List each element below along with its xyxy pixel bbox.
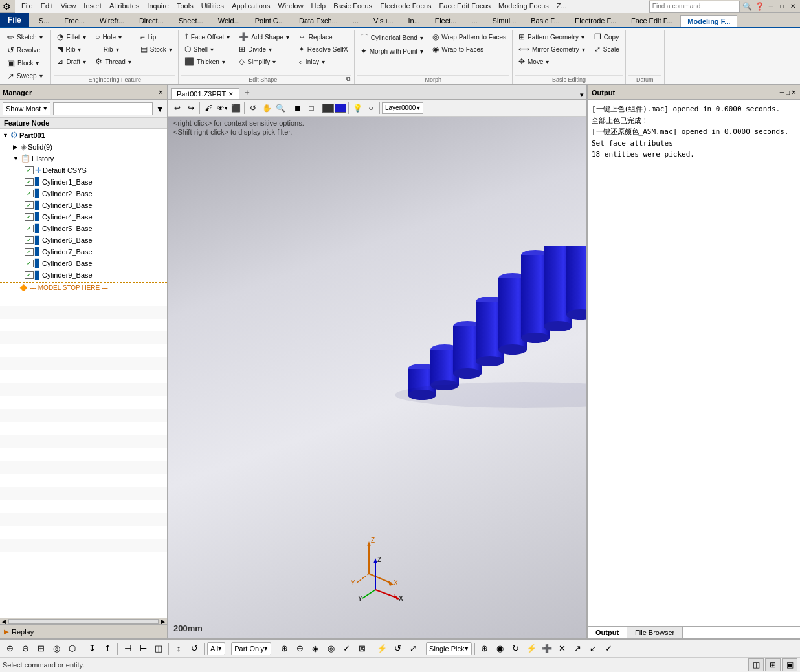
btn-copy[interactable]: ❐Copy: [591, 31, 623, 43]
btn-wrap-pattern[interactable]: ◎Wrap Pattern to Faces: [429, 31, 509, 43]
menu-edit[interactable]: Edit: [37, 1, 57, 11]
vp-zoom-btn[interactable]: 🔍: [274, 102, 287, 115]
menu-view[interactable]: View: [57, 1, 80, 11]
layer-dropdown[interactable]: Layer0000▾: [382, 102, 423, 114]
btn-replace[interactable]: ↔Replace: [295, 31, 351, 43]
btn-scale[interactable]: ⤢Scale: [591, 43, 623, 55]
btn-fillet[interactable]: ◔Fillet▾: [54, 31, 89, 43]
btn-inlay[interactable]: ⬦Inlay▾: [295, 56, 351, 67]
btn-move[interactable]: ✥Move▾: [515, 56, 588, 67]
ribbon-tab-faceeditf[interactable]: Face Edit F...: [624, 14, 680, 27]
btn-sketch[interactable]: ✏Sketch▾: [4, 31, 48, 43]
vp-light-btn[interactable]: 💡: [351, 102, 364, 115]
tree-item-history[interactable]: ▼ 📋 History: [0, 153, 167, 164]
btn-draft[interactable]: ⊿Draft▾: [54, 56, 89, 67]
vp-undo-btn[interactable]: ↩: [171, 102, 184, 115]
bt-add[interactable]: ⊕: [3, 642, 17, 656]
btn-hole[interactable]: ○Hole▾: [92, 31, 135, 43]
command-search[interactable]: [649, 1, 740, 12]
manager-close-btn[interactable]: ✕: [157, 89, 164, 96]
tree-item-cyl1[interactable]: ✓ ▊ Cylinder1_Base: [0, 176, 167, 188]
tree-item-cyl4[interactable]: ✓ ▊ Cylinder4_Base: [0, 211, 167, 223]
vp-pan-btn[interactable]: ✋: [260, 102, 273, 115]
bt-hex[interactable]: ⬡: [65, 642, 79, 656]
tree-item-cyl6[interactable]: ✓ ▊ Cylinder6_Base: [0, 234, 167, 246]
ribbon-tab-sheet[interactable]: Sheet...: [172, 14, 210, 27]
vp-sphere-btn[interactable]: ○: [364, 102, 377, 115]
menu-applications[interactable]: Applications: [228, 1, 274, 11]
bt-frame2[interactable]: ⊢: [136, 642, 150, 656]
bt-icon14[interactable]: ➕: [540, 642, 554, 656]
bt-split[interactable]: ◫: [151, 642, 166, 656]
btn-wrap-to-faces[interactable]: ◉Wrap to Faces: [429, 43, 509, 55]
btn-divide[interactable]: ⊞Divide▾: [236, 43, 293, 55]
vp-wireframe-btn[interactable]: □: [305, 102, 318, 115]
ribbon-tab-wire[interactable]: Wirefr...: [93, 14, 131, 27]
ribbon-tab-pointc[interactable]: Point C...: [248, 14, 291, 27]
window-minimize[interactable]: ─: [767, 3, 775, 10]
menu-modeling-focus[interactable]: Modeling Focus: [494, 1, 553, 11]
output-close-btn[interactable]: ✕: [791, 89, 796, 96]
ribbon-tab-dataexch[interactable]: Data Exch...: [292, 14, 345, 27]
output-restore-btn[interactable]: □: [786, 89, 790, 96]
btn-block[interactable]: ▣Block▾: [4, 57, 48, 69]
menu-face-edit-focus[interactable]: Face Edit Focus: [436, 1, 494, 11]
btn-add-shape[interactable]: ➕Add Shape▾: [236, 31, 293, 43]
vp-paint-btn[interactable]: 🖌: [202, 102, 215, 115]
pick-dropdown[interactable]: Single Pick▾: [426, 642, 471, 655]
view-btn-3[interactable]: ▣: [782, 658, 797, 671]
btn-simplify[interactable]: ◇Simplify▾: [236, 56, 293, 67]
viewport-tab[interactable]: Part001.Z3PRT ✕: [171, 88, 239, 99]
filter-dropdown[interactable]: Part Only▾: [231, 642, 271, 655]
ribbon-tab-in[interactable]: In...: [401, 14, 427, 27]
vp-rotate-btn[interactable]: ↺: [247, 102, 260, 115]
bt-circle[interactable]: ◎: [49, 642, 63, 656]
search-icon[interactable]: 🔍: [742, 2, 752, 11]
tree-item-cyl7[interactable]: ✓ ▊ Cylinder7_Base: [0, 246, 167, 258]
vp-redo-btn[interactable]: ↪: [184, 102, 197, 115]
bt-icon17[interactable]: ↙: [586, 642, 601, 656]
vp-view-btn[interactable]: 👁▾: [216, 102, 228, 115]
menu-insert[interactable]: Insert: [80, 1, 106, 11]
tree-item-solid[interactable]: ▶ ◈ Solid(9): [0, 141, 167, 153]
menu-electrode-focus[interactable]: Electrode Focus: [376, 1, 435, 11]
menu-file[interactable]: File: [17, 1, 37, 11]
file-tab[interactable]: File: [0, 13, 29, 27]
menu-attributes[interactable]: Attributes: [106, 1, 143, 11]
btn-thicken[interactable]: ⬛Thicken▾: [181, 56, 234, 67]
manager-scroll-left[interactable]: ◀: [0, 618, 7, 625]
bt-icon3[interactable]: ◈: [308, 642, 322, 656]
replay-label[interactable]: Replay: [12, 628, 34, 636]
bt-subtract[interactable]: ⊖: [18, 642, 32, 656]
btn-mirror-geometry[interactable]: ⟺Mirror Geometry▾: [515, 43, 588, 55]
bt-move[interactable]: ↕: [172, 642, 186, 656]
bt-up[interactable]: ↥: [100, 642, 115, 656]
menu-tools[interactable]: Tools: [173, 1, 197, 11]
ribbon-tab-basicf[interactable]: Basic F...: [524, 14, 567, 27]
bt-icon7[interactable]: ⚡: [375, 642, 389, 656]
bt-icon10[interactable]: ⊕: [478, 642, 492, 656]
btn-resolve-selfx[interactable]: ✦Resolve SelfX: [295, 43, 351, 55]
ribbon-tab-elect[interactable]: Elect...: [428, 14, 464, 27]
btn-cylindrical-bend[interactable]: ⌒Cylindrical Bend▾: [357, 31, 427, 45]
output-tab-output[interactable]: Output: [588, 627, 627, 638]
btn-chamfer[interactable]: ◥Rib▾: [54, 43, 89, 55]
btn-thread[interactable]: ⚙Thread▾: [92, 56, 135, 67]
vp-color2[interactable]: [335, 104, 346, 113]
viewport-canvas[interactable]: <right-click> for context-sensitive opti…: [168, 117, 586, 638]
tree-item-default-csys[interactable]: ✓ ✛ Default CSYS: [0, 164, 167, 176]
menu-utilities[interactable]: Utilities: [197, 1, 228, 11]
tab-close-btn[interactable]: ✕: [228, 91, 234, 97]
bt-icon18[interactable]: ✓: [602, 642, 616, 656]
btn-revolve[interactable]: ↺Revolve: [4, 44, 48, 56]
vp-display-btn[interactable]: ◼: [291, 102, 304, 115]
edit-shape-expand[interactable]: ⧉: [345, 76, 351, 83]
bt-icon6[interactable]: ⊠: [355, 642, 369, 656]
bt-grid[interactable]: ⊞: [34, 642, 48, 656]
ribbon-tab-s[interactable]: S...: [32, 14, 57, 27]
menu-window[interactable]: Window: [274, 1, 307, 11]
viewport-panel-btn[interactable]: ▾: [580, 91, 584, 99]
tree-item-cyl8[interactable]: ✓ ▊ Cylinder8_Base: [0, 258, 167, 269]
btn-shell[interactable]: ⬡Shell▾: [181, 43, 234, 55]
bt-icon5[interactable]: ✓: [339, 642, 353, 656]
